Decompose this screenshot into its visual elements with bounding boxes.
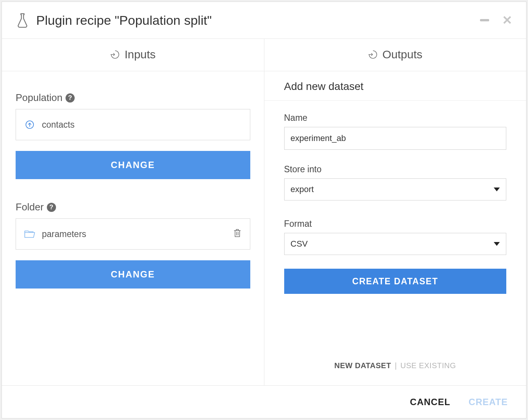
name-input[interactable] xyxy=(284,127,507,150)
format-select[interactable]: CSV xyxy=(284,233,507,255)
population-group: Population ? contacts CHANGE xyxy=(16,92,250,179)
create-button[interactable]: CREATE xyxy=(469,397,508,407)
store-into-label: Store into xyxy=(284,164,507,175)
minimize-button[interactable] xyxy=(480,19,489,21)
output-mode-toggle: NEW DATASET | USE EXISTING xyxy=(264,361,526,385)
population-picker[interactable]: contacts xyxy=(16,109,250,140)
inputs-label: Inputs xyxy=(125,48,156,61)
store-into-select[interactable]: export xyxy=(284,178,507,200)
population-label-text: Population xyxy=(16,92,62,104)
inputs-column-header: Inputs xyxy=(2,39,264,71)
flask-icon xyxy=(16,13,29,28)
folder-change-button[interactable]: CHANGE xyxy=(16,260,250,289)
folder-value: parameters xyxy=(42,229,226,239)
outputs-arrow-icon xyxy=(368,50,378,59)
toggle-separator: | xyxy=(395,361,397,370)
inputs-arrow-icon xyxy=(110,50,120,59)
recipe-modal: Plugin recipe "Population split" ✕ Input… xyxy=(2,2,526,418)
folder-icon xyxy=(24,230,35,238)
trash-icon[interactable] xyxy=(233,228,242,240)
population-value: contacts xyxy=(42,120,242,130)
inputs-body: Population ? contacts CHANGE xyxy=(2,71,264,318)
modal-footer: CANCEL CREATE xyxy=(2,385,526,418)
modal-title: Plugin recipe "Population split" xyxy=(36,13,480,28)
population-field-label: Population ? xyxy=(16,92,250,104)
chevron-down-icon xyxy=(494,188,500,191)
window-controls: ✕ xyxy=(480,14,512,26)
use-existing-toggle[interactable]: USE EXISTING xyxy=(400,361,456,370)
folder-picker[interactable]: parameters xyxy=(16,218,250,250)
population-change-button[interactable]: CHANGE xyxy=(16,151,250,179)
folder-field-label: Folder ? xyxy=(16,201,250,213)
outputs-label: Outputs xyxy=(382,48,422,61)
new-dataset-toggle[interactable]: NEW DATASET xyxy=(334,361,391,370)
help-icon[interactable]: ? xyxy=(47,203,56,212)
close-button[interactable]: ✕ xyxy=(502,14,512,26)
dataset-icon xyxy=(24,120,35,129)
format-value: CSV xyxy=(291,239,308,249)
create-dataset-button[interactable]: CREATE DATASET xyxy=(284,269,507,294)
outputs-column-header: Outputs xyxy=(264,39,526,71)
outputs-column: Outputs Add new dataset Name Store into … xyxy=(264,39,526,385)
help-icon[interactable]: ? xyxy=(66,93,75,103)
folder-group: Folder ? parameters xyxy=(16,201,250,289)
outputs-subtitle: Add new dataset xyxy=(264,71,526,101)
inputs-column: Inputs Population ? xyxy=(2,39,264,385)
cancel-button[interactable]: CANCEL xyxy=(410,397,450,407)
outputs-body: Add new dataset Name Store into export F… xyxy=(264,71,526,385)
format-label: Format xyxy=(284,219,507,229)
name-label: Name xyxy=(284,113,507,123)
outputs-form: Name Store into export Format xyxy=(264,101,526,298)
columns-area: Inputs Population ? xyxy=(2,39,526,385)
chevron-down-icon xyxy=(494,242,500,246)
modal-header: Plugin recipe "Population split" ✕ xyxy=(2,2,526,39)
folder-label-text: Folder xyxy=(16,201,44,213)
store-into-value: export xyxy=(291,184,314,194)
